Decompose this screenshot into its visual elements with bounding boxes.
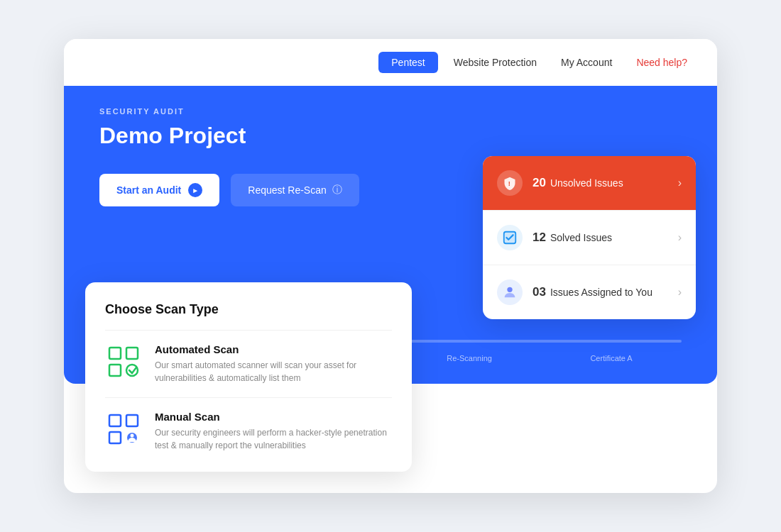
solved-issues-item[interactable]: 12 Solved Issues › [483, 211, 696, 265]
svg-point-7 [126, 365, 138, 376]
person-icon [502, 284, 518, 300]
manual-scan-icon-box [105, 411, 142, 448]
assigned-chevron-icon: › [678, 286, 682, 299]
svg-point-3 [507, 287, 512, 292]
info-icon: ⓘ [332, 184, 342, 196]
checkbox-check-icon [502, 230, 518, 245]
main-card: Pentest Website Protection My Account Ne… [64, 39, 717, 493]
solved-icon-wrap [497, 225, 523, 250]
svg-point-14 [131, 434, 134, 438]
assigned-issues-item[interactable]: 03 Issues Assigned to You › [483, 265, 696, 319]
automated-scan-option[interactable]: Automated Scan Our smart automated scann… [105, 330, 392, 397]
svg-rect-4 [109, 348, 121, 359]
arrow-right-icon: ► [188, 183, 202, 197]
project-title: Demo Project [99, 123, 682, 149]
assigned-text: 03 Issues Assigned to You [532, 285, 678, 299]
request-rescan-button[interactable]: Request Re-Scan ⓘ [231, 174, 359, 206]
svg-rect-11 [126, 415, 138, 426]
assigned-icon-wrap [497, 279, 523, 305]
issues-panel: ! 20 Unsolved Issues › [483, 156, 696, 319]
svg-rect-6 [109, 365, 121, 376]
pentest-nav-button[interactable]: Pentest [378, 52, 437, 73]
need-help-link[interactable]: Need help? [628, 52, 696, 73]
scan-type-card: Choose Scan Type Automated Scan Our smar… [85, 282, 412, 472]
my-account-link[interactable]: My Account [552, 52, 621, 73]
manual-scan-title: Manual Scan [155, 411, 392, 423]
unsolved-chevron-icon: › [678, 177, 682, 189]
manual-scan-icon [105, 411, 142, 448]
scan-type-title: Choose Scan Type [105, 302, 392, 317]
website-protection-link[interactable]: Website Protection [445, 52, 545, 73]
solved-text: 12 Solved Issues [532, 231, 678, 245]
automated-scan-desc: Our smart automated scanner will scan yo… [155, 359, 392, 384]
security-audit-label: Security Audit [99, 107, 682, 116]
step-certificate: Certificate A [590, 354, 632, 362]
svg-rect-12 [109, 432, 121, 443]
svg-line-9 [132, 367, 136, 373]
svg-text:!: ! [508, 180, 510, 187]
start-audit-button[interactable]: Start an Audit ► [99, 174, 219, 206]
top-nav: Pentest Website Protection My Account Ne… [64, 39, 717, 86]
manual-scan-option[interactable]: Manual Scan Our security engineers will … [105, 397, 392, 465]
unsolved-text: 20 Unsolved Issues [532, 176, 678, 190]
svg-rect-10 [109, 415, 121, 426]
svg-rect-5 [126, 348, 138, 359]
automated-scan-icon [105, 343, 142, 380]
shield-alert-icon: ! [503, 176, 517, 190]
manual-scan-desc: Our security engineers will perform a ha… [155, 426, 392, 452]
unsolved-issues-item[interactable]: ! 20 Unsolved Issues › [483, 156, 696, 211]
unsolved-icon-wrap: ! [497, 170, 523, 196]
step-rescanning: Re-Scanning [447, 354, 492, 362]
automated-scan-icon-box [105, 343, 142, 380]
automated-scan-title: Automated Scan [155, 343, 392, 355]
solved-chevron-icon: › [678, 231, 682, 244]
